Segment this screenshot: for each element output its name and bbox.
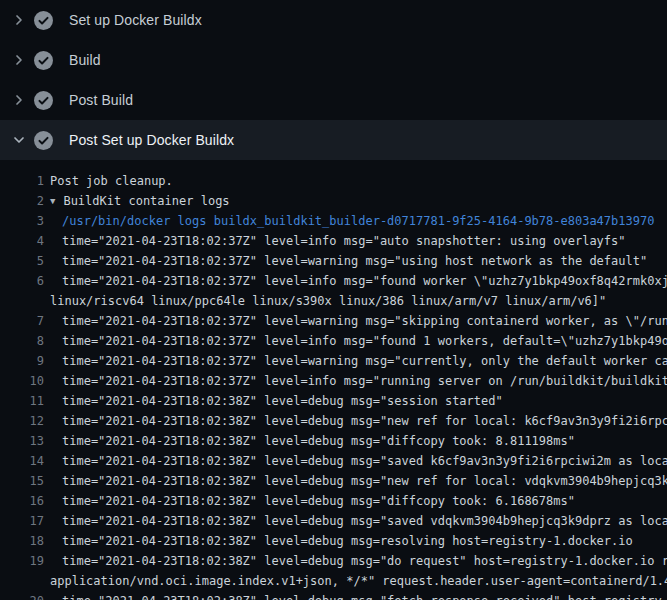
log-line: 17 time="2021-04-23T18:02:38Z" level=deb… bbox=[0, 511, 667, 531]
log-line-number[interactable]: 7 bbox=[0, 314, 44, 328]
log-line: 7 time="2021-04-23T18:02:37Z" level=warn… bbox=[0, 311, 667, 331]
log-line: 20 time="2021-04-23T18:02:38Z" level=deb… bbox=[0, 591, 667, 600]
chevron-right-icon bbox=[11, 52, 27, 68]
log-line-number[interactable]: 5 bbox=[0, 254, 44, 268]
log-line-message: time="2021-04-23T18:02:38Z" level=debug … bbox=[62, 494, 575, 508]
step-header-post-build[interactable]: Post Build bbox=[0, 80, 667, 120]
log-line: 16 time="2021-04-23T18:02:38Z" level=deb… bbox=[0, 491, 667, 511]
log-line-number[interactable]: 16 bbox=[0, 494, 44, 508]
log-line-text: time="2021-04-23T18:02:37Z" level=warnin… bbox=[44, 254, 647, 268]
log-line-message: time="2021-04-23T18:02:37Z" level=info m… bbox=[62, 334, 667, 348]
log-line-text: Post job cleanup. bbox=[44, 174, 173, 188]
steps-list: Set up Docker Buildx Build Post Build bbox=[0, 0, 667, 160]
chevron-right-icon bbox=[11, 12, 27, 28]
log-line-number[interactable]: 2 bbox=[0, 194, 44, 208]
log-line-message: time="2021-04-23T18:02:37Z" level=warnin… bbox=[62, 314, 667, 328]
log-line-number[interactable]: 13 bbox=[0, 434, 44, 448]
log-line-number[interactable]: 4 bbox=[0, 234, 44, 248]
log-line-message: time="2021-04-23T18:02:38Z" level=debug … bbox=[62, 534, 633, 548]
log-line: 9 time="2021-04-23T18:02:37Z" level=warn… bbox=[0, 351, 667, 371]
log-line-text: time="2021-04-23T18:02:37Z" level=info m… bbox=[44, 334, 667, 348]
log-line-number[interactable]: 19 bbox=[0, 554, 44, 568]
log-line: 8 time="2021-04-23T18:02:37Z" level=info… bbox=[0, 331, 667, 351]
log-line: 13 time="2021-04-23T18:02:38Z" level=deb… bbox=[0, 431, 667, 451]
log-line-message: time="2021-04-23T18:02:38Z" level=debug … bbox=[62, 554, 667, 568]
log-line-text: time="2021-04-23T18:02:38Z" level=debug … bbox=[44, 454, 667, 468]
log-line-message: time="2021-04-23T18:02:37Z" level=warnin… bbox=[62, 254, 647, 268]
log-line-message: linux/riscv64 linux/ppc64le linux/s390x … bbox=[50, 294, 606, 308]
log-line-text: time="2021-04-23T18:02:38Z" level=debug … bbox=[44, 534, 633, 548]
log-line: 1 Post job cleanup. bbox=[0, 171, 667, 191]
log-line-text: ▼BuildKit container logs bbox=[44, 194, 230, 208]
log-line-message: /usr/bin/docker logs buildx_buildkit_bui… bbox=[62, 214, 654, 228]
log-line-message: Post job cleanup. bbox=[50, 174, 173, 188]
log-line-text: /usr/bin/docker logs buildx_buildkit_bui… bbox=[44, 214, 654, 228]
log-line-number[interactable]: 3 bbox=[0, 214, 44, 228]
log-line-message: time="2021-04-23T18:02:38Z" level=debug … bbox=[62, 414, 667, 428]
check-circle-icon bbox=[34, 11, 53, 30]
check-circle-icon bbox=[34, 91, 53, 110]
step-label: Set up Docker Buildx bbox=[69, 12, 202, 28]
log-line-message: BuildKit container logs bbox=[63, 194, 229, 208]
step-header-post-set-up-docker-buildx[interactable]: Post Set up Docker Buildx bbox=[0, 120, 667, 160]
log-line-message: time="2021-04-23T18:02:37Z" level=info m… bbox=[62, 274, 667, 288]
log-line-number[interactable]: 8 bbox=[0, 334, 44, 348]
log-line-text: time="2021-04-23T18:02:37Z" level=warnin… bbox=[44, 314, 667, 328]
log-line: 5 time="2021-04-23T18:02:37Z" level=warn… bbox=[0, 251, 667, 271]
step-header-build[interactable]: Build bbox=[0, 40, 667, 80]
log-line: 15 time="2021-04-23T18:02:38Z" level=deb… bbox=[0, 471, 667, 491]
chevron-right-icon bbox=[11, 92, 27, 108]
log-line: 12 time="2021-04-23T18:02:38Z" level=deb… bbox=[0, 411, 667, 431]
log-line: 19 time="2021-04-23T18:02:38Z" level=deb… bbox=[0, 551, 667, 571]
log-line-message: time="2021-04-23T18:02:38Z" level=debug … bbox=[62, 454, 667, 468]
log-line-number[interactable]: 18 bbox=[0, 534, 44, 548]
log-line-message: time="2021-04-23T18:02:37Z" level=warnin… bbox=[62, 354, 667, 368]
log-line-number[interactable]: 20 bbox=[0, 594, 44, 600]
log-line: 4 time="2021-04-23T18:02:37Z" level=info… bbox=[0, 231, 667, 251]
log-line-text: time="2021-04-23T18:02:38Z" level=debug … bbox=[44, 594, 667, 600]
check-circle-icon bbox=[34, 51, 53, 70]
log-line: 11 time="2021-04-23T18:02:38Z" level=deb… bbox=[0, 391, 667, 411]
step-header-set-up-docker-buildx[interactable]: Set up Docker Buildx bbox=[0, 0, 667, 40]
chevron-down-icon bbox=[11, 132, 27, 148]
log-group-toggle-icon[interactable]: ▼ bbox=[50, 196, 55, 206]
log-line-message: time="2021-04-23T18:02:38Z" level=debug … bbox=[62, 514, 667, 528]
log-line: 14 time="2021-04-23T18:02:38Z" level=deb… bbox=[0, 451, 667, 471]
log-line-message: application/vnd.oci.image.index.v1+json,… bbox=[50, 574, 667, 588]
log-line-text: time="2021-04-23T18:02:38Z" level=debug … bbox=[44, 474, 667, 488]
log-line-number[interactable]: 17 bbox=[0, 514, 44, 528]
log-line-number[interactable]: 9 bbox=[0, 354, 44, 368]
check-circle-icon bbox=[34, 131, 53, 150]
log-line-text: time="2021-04-23T18:02:37Z" level=info m… bbox=[44, 274, 667, 288]
log-line-message: time="2021-04-23T18:02:37Z" level=info m… bbox=[62, 374, 667, 388]
log-line-text: time="2021-04-23T18:02:38Z" level=debug … bbox=[44, 494, 575, 508]
log-line-text: time="2021-04-23T18:02:38Z" level=debug … bbox=[44, 554, 667, 568]
log-line-text: time="2021-04-23T18:02:37Z" level=warnin… bbox=[44, 354, 667, 368]
log-line-number[interactable]: 6 bbox=[0, 274, 44, 288]
log-view: 1 Post job cleanup. 2 ▼BuildKit containe… bbox=[0, 160, 667, 600]
log-line: 2 ▼BuildKit container logs bbox=[0, 191, 667, 211]
log-line-message: time="2021-04-23T18:02:37Z" level=info m… bbox=[62, 234, 626, 248]
log-line-number[interactable]: 14 bbox=[0, 454, 44, 468]
log-line-number[interactable]: 15 bbox=[0, 474, 44, 488]
log-line: 10 time="2021-04-23T18:02:37Z" level=inf… bbox=[0, 371, 667, 391]
step-label: Build bbox=[69, 52, 101, 68]
log-line-text: time="2021-04-23T18:02:38Z" level=debug … bbox=[44, 514, 667, 528]
log-line-number[interactable]: 12 bbox=[0, 414, 44, 428]
log-line: linux/riscv64 linux/ppc64le linux/s390x … bbox=[0, 291, 667, 311]
log-line-text: application/vnd.oci.image.index.v1+json,… bbox=[44, 574, 667, 588]
log-line-number[interactable]: 10 bbox=[0, 374, 44, 388]
log-line: 3 /usr/bin/docker logs buildx_buildkit_b… bbox=[0, 211, 667, 231]
log-line-number[interactable]: 1 bbox=[0, 174, 44, 188]
log-line-message: time="2021-04-23T18:02:38Z" level=debug … bbox=[62, 474, 667, 488]
log-line-message: time="2021-04-23T18:02:38Z" level=debug … bbox=[62, 594, 667, 600]
log-line-text: time="2021-04-23T18:02:38Z" level=debug … bbox=[44, 434, 575, 448]
log-line-text: time="2021-04-23T18:02:37Z" level=info m… bbox=[44, 374, 667, 388]
log-line: 18 time="2021-04-23T18:02:38Z" level=deb… bbox=[0, 531, 667, 551]
log-line: application/vnd.oci.image.index.v1+json,… bbox=[0, 571, 667, 591]
log-line-message: time="2021-04-23T18:02:38Z" level=debug … bbox=[62, 434, 575, 448]
log-line: 6 time="2021-04-23T18:02:37Z" level=info… bbox=[0, 271, 667, 291]
log-line-message: time="2021-04-23T18:02:38Z" level=debug … bbox=[62, 394, 503, 408]
log-line-number[interactable]: 11 bbox=[0, 394, 44, 408]
log-line-text: linux/riscv64 linux/ppc64le linux/s390x … bbox=[44, 294, 606, 308]
